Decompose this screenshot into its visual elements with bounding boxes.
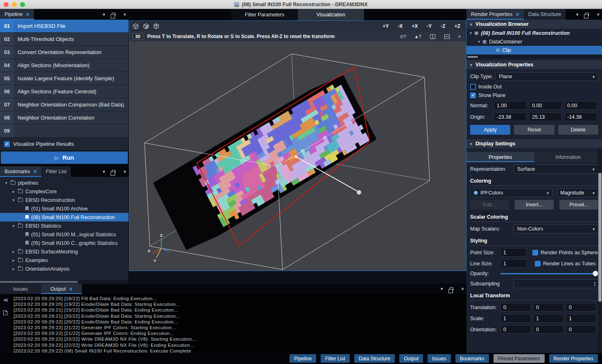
run-pipeline-button[interactable]: ▷ Run bbox=[1, 151, 128, 164]
inside-out-checkbox[interactable] bbox=[470, 84, 476, 90]
close-tab-icon[interactable]: × bbox=[34, 169, 37, 174]
pipeline-step[interactable]: 07 Neighbor Orientation Comparison (Bad … bbox=[0, 98, 129, 111]
translation-y-input[interactable] bbox=[533, 303, 564, 312]
pipeline-step[interactable]: 08 Neighbor Orientation Correlation bbox=[0, 111, 129, 124]
normal-y-input[interactable] bbox=[529, 101, 562, 110]
invert-colors-button[interactable]: Invert... bbox=[515, 200, 554, 210]
split-horizontal-icon[interactable] bbox=[444, 34, 450, 39]
bookmark-folder[interactable]: ▸ ComplexCore bbox=[0, 187, 129, 196]
line-size-input[interactable] bbox=[500, 259, 527, 268]
point-size-input[interactable] bbox=[500, 248, 527, 257]
toggle-pipeline-button[interactable]: Pipeline bbox=[290, 354, 316, 363]
view-axis-button[interactable]: -Z bbox=[438, 23, 448, 29]
tab-render-properties[interactable]: Render Properties × bbox=[466, 9, 524, 20]
browser-item-clip[interactable]: ⊙ Clip bbox=[466, 46, 602, 54]
subsampling-spinbox[interactable]: ▴ ▾ bbox=[514, 279, 598, 288]
close-panel-icon[interactable]: × bbox=[595, 9, 602, 20]
chevron-down-icon[interactable]: ▾ bbox=[11, 224, 16, 228]
close-tab-icon[interactable]: × bbox=[69, 286, 72, 292]
bookmark-folder[interactable]: ▸ EBSD SurfaceMeshing bbox=[0, 247, 129, 256]
spin-down-icon[interactable]: ▾ bbox=[594, 284, 596, 287]
scale-x-input[interactable] bbox=[500, 314, 531, 323]
subsampling-input[interactable] bbox=[514, 280, 592, 288]
split-vertical-icon[interactable] bbox=[430, 34, 435, 39]
scale-z-input[interactable] bbox=[566, 314, 596, 323]
representation-dropdown[interactable]: Surface ▾ bbox=[514, 165, 598, 174]
tab-visualization[interactable]: Visualization bbox=[298, 9, 364, 20]
tab-menu-caret-icon[interactable]: ▾ bbox=[100, 166, 108, 177]
bookmark-folder[interactable]: ▸ OrientationAnalysis bbox=[0, 265, 129, 273]
tab-display-information[interactable]: Information bbox=[534, 152, 602, 162]
pipeline-step[interactable]: 09 bbox=[0, 124, 129, 138]
pipeline-step[interactable]: 05 Isolate Largest Feature (Identify Sam… bbox=[0, 72, 129, 85]
opacity-slider[interactable] bbox=[500, 270, 598, 277]
orientation-z-input[interactable] bbox=[566, 325, 596, 334]
visualize-results-row[interactable]: ✓ Visualize Pipeline Results bbox=[0, 138, 129, 151]
view-axis-button[interactable]: -X bbox=[395, 23, 405, 29]
render-lines-checkbox[interactable] bbox=[535, 261, 541, 267]
display-settings-header[interactable]: ▾ Display Settings bbox=[466, 139, 602, 148]
panel-scrollbar-thumb[interactable] bbox=[598, 173, 602, 302]
toggle-filter-list-button[interactable]: Filter List bbox=[321, 354, 350, 363]
bookmark-folder[interactable]: ▾ pipelines bbox=[0, 179, 129, 187]
tab-menu-caret-icon[interactable]: ▾ bbox=[438, 284, 446, 294]
bookmark-folder[interactable]: ▾ EBSD Reconstruction bbox=[0, 196, 129, 204]
orientation-x-input[interactable] bbox=[500, 325, 531, 334]
scrollbar-thumb[interactable] bbox=[0, 281, 78, 283]
inside-out-row[interactable]: Inside Out bbox=[470, 84, 598, 90]
toggle-render-properties-button[interactable]: Render Properties bbox=[549, 354, 598, 363]
tab-pipeline[interactable]: Pipeline × bbox=[0, 9, 34, 20]
view-axis-button[interactable]: +Y bbox=[380, 23, 391, 29]
scale-y-input[interactable] bbox=[533, 314, 564, 323]
pipeline-step[interactable]: 03 Convert Orientation Representation bbox=[0, 46, 129, 59]
toggle-output-button[interactable]: Output bbox=[399, 354, 423, 363]
jump-to-end-icon[interactable] bbox=[2, 297, 8, 305]
pick-help-icon[interactable]: ⊙? bbox=[398, 34, 408, 39]
visibility-eye-icon[interactable]: ⊙ bbox=[496, 47, 500, 53]
bookmark-folder[interactable]: ▸ Examples bbox=[0, 256, 129, 265]
browser-item-datacontainer[interactable]: ▾ ▦ DataContainer bbox=[466, 37, 602, 46]
bookmark-item[interactable]: (05) Small IN100 C...graphic Statistics bbox=[0, 239, 129, 247]
log-document-icon[interactable] bbox=[3, 310, 8, 317]
component-dropdown[interactable]: Magnitude ▾ bbox=[557, 188, 598, 197]
visualize-results-checkbox[interactable]: ✓ bbox=[4, 141, 10, 147]
tab-issues[interactable]: Issues bbox=[0, 284, 41, 294]
close-tab-icon[interactable]: × bbox=[516, 11, 519, 17]
translation-x-input[interactable] bbox=[500, 303, 531, 312]
transform-help-icon[interactable]: ▲? bbox=[412, 34, 423, 39]
origin-z-input[interactable] bbox=[564, 113, 597, 121]
chevron-right-icon[interactable]: ▸ bbox=[11, 249, 16, 254]
translation-z-input[interactable] bbox=[566, 303, 596, 312]
clip-type-dropdown[interactable]: Plane ▾ bbox=[495, 72, 598, 81]
close-panel-icon[interactable]: × bbox=[459, 284, 466, 294]
bookmark-item[interactable]: (01) Small IN100 M...logical Statistics bbox=[0, 230, 129, 239]
toggle-pinned-parameters-button[interactable]: Pinned Parameters bbox=[493, 354, 545, 363]
pipeline-step[interactable]: 06 Align Sections (Feature Centroid) bbox=[0, 85, 129, 98]
opacity-slider-thumb[interactable] bbox=[593, 271, 598, 276]
visualization-properties-header[interactable]: ▾ Visualization Properties bbox=[466, 60, 602, 69]
toggle-issues-button[interactable]: Issues bbox=[428, 354, 451, 363]
delete-button[interactable]: Delete bbox=[558, 125, 598, 135]
reset-camera-icon[interactable] bbox=[133, 23, 139, 29]
show-plane-checkbox[interactable]: ✓ bbox=[470, 93, 476, 98]
normal-z-input[interactable] bbox=[564, 101, 597, 110]
visualization-browser-header[interactable]: ▾ Visualization Browser bbox=[466, 20, 602, 29]
chevron-right-icon[interactable]: ▸ bbox=[11, 267, 16, 271]
tab-filter-parameters[interactable]: Filter Parameters bbox=[231, 9, 298, 20]
bookmark-item-selected[interactable]: (08) Small IN100 Full Reconstruction bbox=[0, 213, 129, 222]
pipeline-step[interactable]: 02 Multi-Threshold Objects bbox=[0, 33, 129, 46]
camera-projection-icon[interactable] bbox=[153, 23, 159, 29]
normal-x-input[interactable] bbox=[494, 101, 527, 110]
orientation-y-input[interactable] bbox=[533, 325, 564, 334]
spin-up-icon[interactable]: ▴ bbox=[594, 281, 596, 284]
origin-y-input[interactable] bbox=[529, 113, 562, 121]
bookmark-item[interactable]: (01) Small IN100 Archive bbox=[0, 204, 129, 213]
view-axis-button[interactable]: +X bbox=[409, 23, 420, 29]
bookmarks-horizontal-scrollbar[interactable] bbox=[0, 280, 129, 284]
close-view-icon[interactable]: × bbox=[456, 34, 463, 39]
bookmark-folder[interactable]: ▾ EBSD Statistics bbox=[0, 222, 129, 230]
chevron-down-icon[interactable]: ▾ bbox=[4, 181, 8, 185]
snap-to-axis-icon[interactable] bbox=[143, 23, 149, 29]
undock-panel-icon[interactable] bbox=[581, 9, 595, 20]
chevron-down-icon[interactable]: ▾ bbox=[470, 31, 472, 35]
